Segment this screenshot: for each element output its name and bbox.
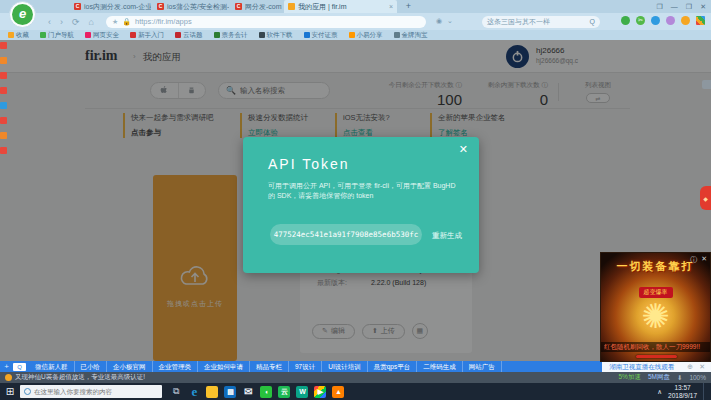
links-search-icon[interactable]: Q bbox=[13, 363, 26, 371]
media-player-icon[interactable]: ▲ bbox=[329, 383, 347, 400]
bottom-links-bar: + Q 微信新人群已小给企小极官网企业管理类企业如何申请精品专栏97设计UI设计… bbox=[0, 361, 711, 372]
status-ad-text[interactable]: 又现神仙U装备超值放送，专业送最高级认证! bbox=[15, 373, 145, 382]
bookmark-item[interactable]: 收藏 bbox=[8, 31, 29, 40]
api-token-value[interactable]: 477524ec541e1a91f7908e85e6b530fc bbox=[270, 224, 422, 245]
ad-link[interactable]: 企业管理类 bbox=[153, 361, 199, 372]
note-extension-icon[interactable] bbox=[621, 16, 630, 25]
firim-favicon bbox=[288, 3, 295, 10]
bookmark-item[interactable]: 软件下载 bbox=[259, 31, 293, 40]
tab-favicon: C bbox=[235, 3, 242, 10]
close-icon[interactable]: ✕ bbox=[700, 3, 706, 11]
side-gear-icon[interactable] bbox=[702, 80, 711, 89]
quick-icon[interactable] bbox=[0, 57, 7, 64]
docs-app-icon[interactable]: W bbox=[293, 383, 311, 400]
bookmark-star-icon[interactable]: ★ bbox=[112, 18, 118, 26]
bookmark-item[interactable]: 票务会计 bbox=[214, 31, 248, 40]
address-bar[interactable]: ★ 🔒 https://fir.im/apps bbox=[106, 16, 426, 28]
tray-expand-icon[interactable]: ∧ bbox=[657, 388, 662, 396]
game-ad-popup[interactable]: ✺ 一切装备靠打 超变爆率 ⓘ ✕ 红包随机刷回收，散人一刀9999!! bbox=[600, 252, 711, 362]
ad-link[interactable]: 97设计 bbox=[289, 361, 322, 372]
browser-chrome: C ios内测分发.com-企业-技术社区 C ios蒲公英/安全检测-com维… bbox=[0, 0, 711, 40]
browser-logo[interactable]: e bbox=[9, 1, 36, 28]
start-button[interactable]: ⊞ bbox=[0, 386, 20, 397]
browser-tab-active-firim[interactable]: 我的应用 | fir.im × bbox=[284, 0, 397, 13]
bookmark-item[interactable]: 金牌淘宝 bbox=[394, 31, 428, 40]
speedup-indicator[interactable]: 5%加速 bbox=[618, 373, 640, 382]
back-icon[interactable]: ‹ bbox=[48, 17, 51, 27]
ad-link[interactable]: 网站广告 bbox=[463, 361, 502, 372]
wechat-icon[interactable]: ◖ bbox=[257, 383, 275, 400]
taskbar-search[interactable] bbox=[20, 385, 162, 398]
chevron-down-icon[interactable]: ⌄ bbox=[447, 17, 453, 25]
taskbar-clock[interactable]: 13:57 2018/9/17 bbox=[668, 384, 697, 400]
bookmark-item[interactable]: 新手入门 bbox=[130, 31, 164, 40]
links-close-icon[interactable]: ✕ bbox=[699, 363, 705, 371]
bookmark-favicon bbox=[214, 32, 220, 38]
regenerate-token-link[interactable]: 重新生成 bbox=[432, 231, 462, 241]
translate-extension-icon[interactable] bbox=[651, 16, 660, 25]
notes-app-icon[interactable]: 云 bbox=[275, 383, 293, 400]
apps-grid-icon[interactable] bbox=[696, 16, 705, 25]
links-more-icon[interactable]: ⊕ bbox=[687, 363, 693, 371]
forward-icon[interactable]: › bbox=[60, 17, 63, 27]
app-store-icon[interactable]: ▶ bbox=[311, 383, 329, 400]
home-icon[interactable]: ⌂ bbox=[89, 17, 94, 27]
ad-link[interactable]: 悬赏qps平台 bbox=[368, 361, 417, 372]
bookmark-favicon bbox=[40, 32, 46, 38]
ad-link[interactable]: 企业如何申请 bbox=[198, 361, 250, 372]
zoom-level[interactable]: 100% bbox=[689, 374, 706, 381]
task-view-icon[interactable]: ⧉ bbox=[173, 386, 179, 397]
browser-search-box[interactable]: 这条三国与其不一样 Q bbox=[482, 16, 600, 28]
refresh-icon[interactable]: ⟳ bbox=[72, 17, 80, 27]
user-account-icon[interactable]: ◉ bbox=[436, 17, 442, 25]
quick-icon[interactable] bbox=[0, 132, 7, 139]
edge-taskbar-icon[interactable]: e bbox=[185, 383, 203, 400]
modal-close-icon[interactable]: ✕ bbox=[459, 144, 468, 155]
minimize-icon[interactable]: — bbox=[671, 3, 678, 10]
new-tab-button[interactable]: + bbox=[402, 1, 415, 12]
api-token-modal: ✕ API Token 可用于调用公开 API，可用于登录 fir-cli，可用… bbox=[243, 137, 479, 273]
maximize-icon[interactable]: ❐ bbox=[686, 3, 692, 11]
search-icon[interactable]: Q bbox=[590, 18, 595, 25]
netdisk-indicator[interactable]: 5M网盘 bbox=[648, 373, 670, 382]
scissors-extension-icon[interactable]: ✂ bbox=[636, 16, 645, 25]
bookmark-item[interactable]: 云话题 bbox=[175, 31, 203, 40]
ad-progress-bar bbox=[636, 355, 677, 358]
mail-icon[interactable]: ✉ bbox=[239, 383, 257, 400]
ad-link[interactable]: 企小极官网 bbox=[107, 361, 153, 372]
quick-icon[interactable] bbox=[0, 42, 7, 49]
download-icon[interactable]: ⬇ bbox=[677, 374, 682, 382]
ad-link[interactable]: 微信新人群 bbox=[29, 361, 75, 372]
ad-link[interactable]: 精品专栏 bbox=[250, 361, 289, 372]
browser-tab-2[interactable]: C ios蒲公英/安全检测-com维护 bbox=[153, 0, 229, 13]
links-add-icon[interactable]: + bbox=[0, 362, 13, 371]
quick-icon[interactable] bbox=[0, 117, 7, 124]
browser-tab-3[interactable]: C 网分发-com博客 bbox=[231, 0, 282, 13]
bookmark-item[interactable]: 安付证票 bbox=[304, 31, 338, 40]
browser-tab-1[interactable]: C ios内测分发.com-企业-技术社区 bbox=[70, 0, 151, 13]
screenshot-extension-icon[interactable] bbox=[666, 16, 675, 25]
ad-link[interactable]: UI设计培训 bbox=[322, 361, 368, 372]
quick-icon[interactable] bbox=[0, 147, 7, 154]
file-explorer-icon[interactable] bbox=[203, 383, 221, 400]
ad-close-icon[interactable]: ✕ bbox=[701, 255, 707, 265]
taskbar-search-input[interactable] bbox=[34, 388, 158, 395]
tab-close-icon[interactable]: × bbox=[389, 3, 393, 10]
ad-link[interactable]: 已小给 bbox=[75, 361, 108, 372]
shield-extension-icon[interactable] bbox=[681, 16, 690, 25]
ad-link-highlighted[interactable]: 湖南卫视直播在线观看 bbox=[602, 361, 681, 372]
modal-description: 可用于调用公开 API，可用于登录 fir-cli，可用于配置 BugHD 的 … bbox=[268, 181, 460, 201]
bookmark-item[interactable]: 网页安全 bbox=[85, 31, 119, 40]
ad-info-icon[interactable]: ⓘ bbox=[690, 255, 697, 265]
quick-icon[interactable] bbox=[0, 72, 7, 79]
bookmark-item[interactable]: 门户导航 bbox=[40, 31, 74, 40]
skin-icon[interactable]: ❐ bbox=[657, 3, 663, 11]
show-desktop-button[interactable] bbox=[703, 383, 706, 400]
microsoft-store-icon[interactable]: ▤ bbox=[221, 383, 239, 400]
red-packet-pendant[interactable]: ◆ bbox=[700, 186, 711, 210]
ad-link[interactable]: 二维码生成 bbox=[417, 361, 463, 372]
quick-icon[interactable] bbox=[0, 87, 7, 94]
url-text[interactable]: https://fir.im/apps bbox=[135, 17, 192, 26]
bookmark-item[interactable]: 小易分享 bbox=[349, 31, 383, 40]
quick-icon[interactable] bbox=[0, 102, 7, 109]
